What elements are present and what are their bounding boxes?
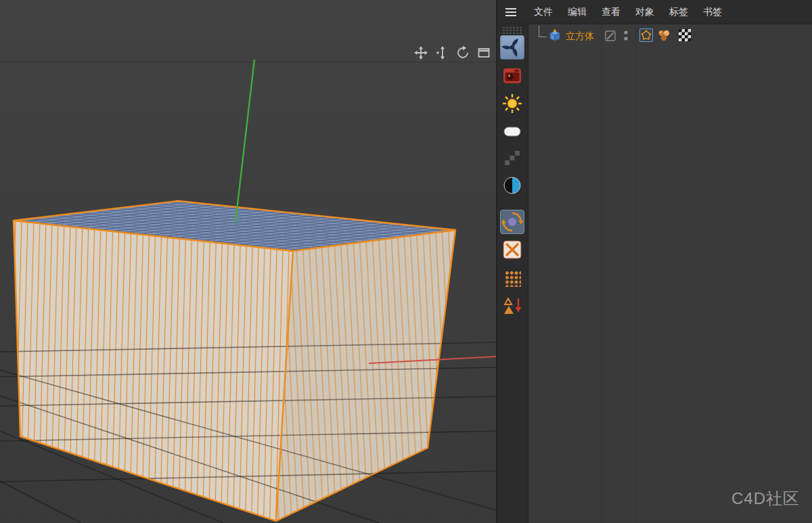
pinwheel-icon	[501, 36, 524, 59]
camera-icon	[501, 64, 524, 87]
steps-button[interactable]	[500, 146, 524, 170]
object-tree[interactable]: 立方体	[528, 24, 812, 523]
polygon-selection-tag[interactable]	[639, 28, 653, 42]
column-separator	[635, 24, 636, 523]
viewport-nav-bar	[413, 45, 492, 60]
menu-item-file[interactable]: 文件	[526, 6, 560, 18]
object-manager-panel: 文件 编辑 查看 对象 标签 书签	[496, 0, 812, 523]
menu-item-view[interactable]: 查看	[594, 6, 628, 18]
c4d-window: 文件 编辑 查看 对象 标签 书签	[0, 0, 812, 523]
points-tag[interactable]	[657, 28, 671, 42]
visibility-dots[interactable]	[623, 28, 629, 43]
sun-button[interactable]	[500, 91, 524, 116]
triangles-icon	[501, 294, 524, 317]
cube-object-icon[interactable]	[547, 28, 562, 42]
pill-icon	[501, 120, 524, 143]
pinwheel-button[interactable]	[500, 35, 524, 60]
3d-viewport[interactable]	[0, 0, 496, 523]
contrast-circle-icon	[501, 174, 524, 197]
mode-toolbar	[497, 24, 528, 523]
object-name[interactable]: 立方体	[566, 30, 594, 43]
dots-grid-button[interactable]	[500, 266, 524, 290]
uvw-tag[interactable]	[679, 29, 692, 43]
triangles-button[interactable]	[500, 294, 524, 318]
hamburger-menu-icon[interactable]	[504, 7, 518, 18]
palette-grip[interactable]	[502, 26, 523, 35]
tree-branch	[539, 26, 547, 37]
pan-icon[interactable]	[413, 45, 429, 60]
dolly-icon[interactable]	[434, 45, 450, 60]
contrast-circle-button[interactable]	[500, 173, 524, 198]
menu-item-tags[interactable]: 标签	[662, 6, 696, 18]
pencil-toggle-icon[interactable]	[604, 30, 616, 42]
viewport-scene	[0, 0, 496, 523]
sun-icon	[501, 92, 524, 115]
object-row[interactable]: 立方体	[528, 28, 812, 45]
rotate-icon[interactable]	[455, 45, 471, 60]
camera-button[interactable]	[500, 64, 524, 88]
make-editable-button[interactable]	[500, 210, 524, 234]
steps-icon	[501, 147, 524, 170]
dots-grid-icon	[504, 270, 521, 287]
pill-button[interactable]	[500, 119, 524, 143]
make-editable-icon	[501, 210, 524, 233]
menu-item-object[interactable]: 对象	[628, 6, 662, 18]
object-manager-menubar: 文件 编辑 查看 对象 标签 书签	[497, 0, 812, 24]
checkerboard-icon	[679, 29, 691, 41]
orange-cross-button[interactable]	[500, 237, 524, 262]
maximize-icon[interactable]	[476, 45, 492, 60]
watermark-text: C4D社区	[731, 488, 800, 509]
menu-item-edit[interactable]: 编辑	[560, 6, 594, 18]
menu-item-bookmarks[interactable]: 书签	[696, 6, 729, 18]
orange-cross-icon	[501, 238, 524, 261]
column-separator	[602, 24, 602, 523]
